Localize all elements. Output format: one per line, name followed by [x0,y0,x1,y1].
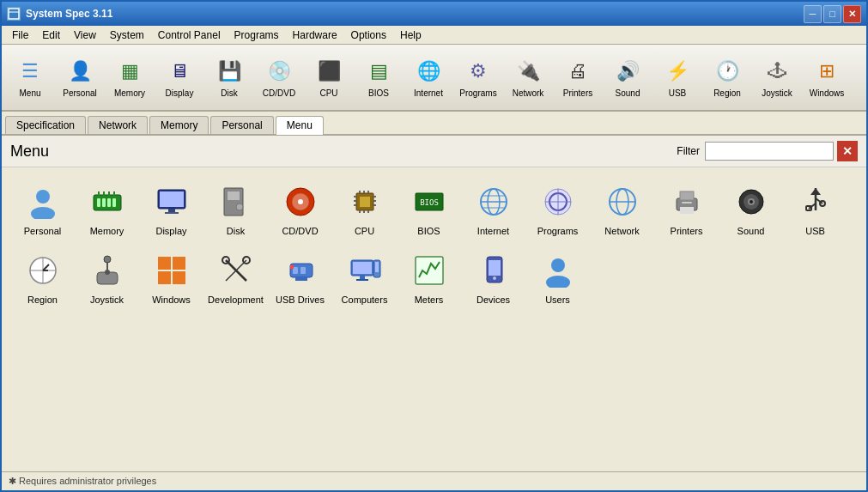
toolbar-item-internet[interactable]: 🌐Internet [404,47,453,107]
grid-item-development[interactable]: Development [203,245,268,313]
windows-toolbar-label: Windows [810,88,845,99]
grid-item-internet[interactable]: Internet [461,176,525,245]
menu-item-programs[interactable]: Programs [228,27,286,43]
grid-item-memory[interactable]: Memory [75,176,139,245]
grid-item-devices[interactable]: Devices [461,245,525,313]
toolbar-item-programs[interactable]: ⚙Programs [453,47,503,107]
filter-bar: Menu Filter ✕ [2,136,866,167]
menu-item-view[interactable]: View [67,27,103,43]
svg-rect-0 [9,9,19,19]
grid-item-network[interactable]: Network [590,176,654,245]
svg-point-19 [236,203,243,210]
toolbar-item-joystick[interactable]: 🕹Joystick [752,47,802,107]
svg-rect-14 [160,191,184,207]
filter-clear-button[interactable]: ✕ [837,141,858,161]
tab-bar: SpecificationNetworkMemoryPersonalMenu [2,112,866,136]
tab-specification[interactable]: Specification [5,116,86,134]
menu-item-system[interactable]: System [103,27,151,43]
tab-menu[interactable]: Menu [276,116,324,135]
internet-toolbar-label: Internet [414,88,443,99]
svg-rect-24 [360,197,370,207]
grid-item-computers[interactable]: Computers [332,245,397,313]
menu-item-hardware[interactable]: Hardware [286,27,344,43]
svg-rect-29 [373,200,376,202]
toolbar-item-sound[interactable]: 🔊Sound [603,47,653,107]
printers-toolbar-label: Printers [563,88,592,99]
maximize-button[interactable]: □ [823,5,841,23]
svg-rect-26 [354,200,356,202]
toolbar-item-menu[interactable]: ☰Menu [5,47,55,107]
grid-item-users[interactable]: Users [525,245,590,313]
toolbar-item-cpu[interactable]: ⬛CPU [304,47,354,107]
svg-rect-30 [373,204,376,206]
toolbar-item-disk[interactable]: 💾Disk [204,47,254,107]
usb drives-grid-label: USB Drives [276,295,325,306]
grid-item-cd-dvd[interactable]: CD/DVD [268,176,332,245]
menu-item-options[interactable]: Options [344,27,393,43]
menu-item-control-panel[interactable]: Control Panel [151,27,228,43]
svg-point-96 [493,276,496,280]
minimize-button[interactable]: ─ [804,5,822,23]
toolbar-item-printers[interactable]: 🖨Printers [553,47,603,107]
svg-rect-15 [168,209,175,212]
toolbar-item-dev[interactable]: ✏Dev [852,47,866,107]
sound-toolbar-icon: 🔊 [612,56,643,87]
region-toolbar-label: Region [713,88,741,99]
grid-item-usb-drives[interactable]: USB Drives [268,245,332,313]
svg-rect-74 [158,257,171,270]
toolbar-item-region[interactable]: 🕐Region [702,47,752,107]
devices-grid-label: Devices [476,295,510,306]
memory-grid-label: Memory [90,226,124,237]
windows-grid-icon [151,250,192,291]
grid-item-sound[interactable]: Sound [719,176,783,245]
grid-item-bios[interactable]: BIOSBIOS [397,176,461,245]
toolbar-item-memory[interactable]: ▦Memory [105,47,155,107]
toolbar-item-windows[interactable]: ⊞Windows [802,47,852,107]
filter-input[interactable] [705,142,834,161]
close-button[interactable]: ✕ [843,5,861,23]
tab-personal[interactable]: Personal [210,116,273,134]
grid-item-printers[interactable]: Printers [654,176,719,245]
toolbar-item-personal[interactable]: 👤Personal [55,47,105,107]
grid-item-joystick[interactable]: Joystick [75,245,139,313]
menu-item-file[interactable]: File [5,27,35,43]
tab-memory[interactable]: Memory [149,116,209,134]
grid-item-display[interactable]: Display [139,176,203,245]
menu-item-help[interactable]: Help [393,27,428,43]
display-grid-label: Display [155,226,186,237]
toolbar-item-network[interactable]: 🔌Network [503,47,553,107]
computers-grid-label: Computers [342,295,388,306]
toolbar-item-display[interactable]: 🖥Display [155,47,204,107]
grid-item-meters[interactable]: Meters [397,245,461,313]
bios-grid-label: BIOS [417,226,440,237]
development-grid-label: Development [208,295,264,306]
usb drives-grid-icon [280,250,321,291]
svg-point-58 [750,200,753,203]
svg-rect-27 [354,204,356,206]
bios-toolbar-label: BIOS [368,88,389,99]
svg-rect-6 [102,198,106,207]
sound-grid-label: Sound [737,226,765,237]
grid-item-region[interactable]: Region [10,245,75,313]
tab-network[interactable]: Network [88,116,148,134]
memory-toolbar-icon: ▦ [114,56,145,87]
toolbar-item-cd-dvd[interactable]: 💿CD/DVD [254,47,304,107]
toolbar-item-usb[interactable]: ⚡USB [653,47,702,107]
internet-toolbar-icon: 🌐 [413,56,444,87]
grid-item-programs[interactable]: Programs [525,176,590,245]
network-grid-icon [602,181,643,222]
grid-item-cpu[interactable]: CPU [332,176,397,245]
menu-toolbar-icon: ☰ [15,56,46,87]
menu-bar: FileEditViewSystemControl PanelProgramsH… [2,26,866,45]
grid-item-personal[interactable]: Personal [10,176,75,245]
cpu-grid-icon [344,181,385,222]
grid-item-disk[interactable]: Disk [203,176,268,245]
grid-item-usb[interactable]: USB [783,176,847,245]
toolbar-item-bios[interactable]: ▤BIOS [354,47,404,107]
grid-item-windows[interactable]: Windows [139,245,203,313]
menu-item-edit[interactable]: Edit [35,27,67,43]
personal-toolbar-icon: 👤 [64,56,95,87]
svg-rect-92 [375,262,379,272]
network-grid-label: Network [604,226,639,237]
usb-grid-icon [795,181,836,222]
